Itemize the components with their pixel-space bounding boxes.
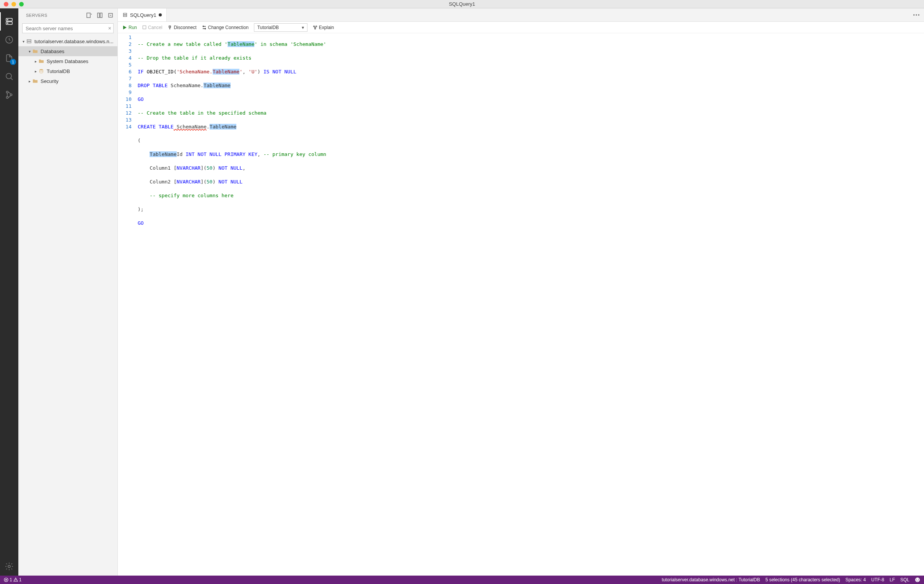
svg-point-28: [916, 579, 917, 580]
run-button[interactable]: Run: [122, 25, 137, 30]
tab-label: SQLQuery1: [130, 12, 157, 18]
server-tree: ▾ tutorialserver.database.windows.n... ▾…: [18, 35, 117, 576]
svg-point-8: [10, 94, 12, 96]
search-input[interactable]: [22, 23, 114, 33]
close-window-button[interactable]: [4, 2, 8, 7]
clear-search-icon[interactable]: ×: [108, 25, 111, 31]
tree-label: Security: [41, 78, 58, 84]
folder-icon: [32, 78, 38, 84]
folder-icon: [38, 58, 45, 64]
sidebar-header: SERVERS: [18, 8, 117, 22]
database-icon: [38, 68, 45, 74]
cancel-button: Cancel: [142, 25, 162, 30]
tree-databases[interactable]: ▾ Databases: [18, 46, 117, 56]
tree-label: tutorialserver.database.windows.n...: [35, 39, 114, 44]
svg-rect-22: [143, 26, 146, 29]
collapse-all-icon[interactable]: [107, 12, 114, 18]
dirty-indicator-icon: [159, 13, 162, 16]
titlebar: SQLQuery1: [0, 0, 924, 8]
svg-point-7: [7, 97, 8, 99]
status-selections[interactable]: 5 selections (45 characters selected): [765, 577, 840, 582]
window-controls: [0, 2, 24, 7]
gutter: 1234567891011121314: [118, 33, 136, 576]
server-icon: [26, 38, 32, 44]
status-connection[interactable]: tutorialserver.database.windows.net : Tu…: [662, 577, 760, 582]
tree-security[interactable]: ▸ Security: [18, 76, 117, 86]
folder-icon: [32, 48, 38, 54]
code-content[interactable]: -- Create a new table called 'TableName'…: [136, 33, 924, 576]
svg-point-27: [915, 577, 920, 582]
svg-point-2: [7, 20, 8, 20]
chevron-down-icon[interactable]: ▾: [21, 39, 25, 44]
file-icon: [122, 12, 128, 18]
window-title: SQLQuery1: [449, 1, 475, 7]
svg-rect-17: [124, 13, 127, 15]
database-select[interactable]: TutorialDB: [254, 23, 307, 32]
status-encoding[interactable]: UTF-8: [871, 577, 884, 582]
svg-point-25: [314, 28, 315, 29]
tabbar: SQLQuery1: [118, 8, 924, 22]
svg-rect-11: [97, 13, 99, 18]
tree-label: Databases: [41, 49, 64, 54]
svg-point-21: [918, 14, 919, 15]
chevron-right-icon[interactable]: ▸: [28, 79, 31, 83]
disconnect-button[interactable]: Disconnect: [168, 25, 196, 30]
sidebar: SERVERS × ▾: [18, 8, 118, 576]
tree-tutorialdb[interactable]: ▸ TutorialDB: [18, 66, 117, 76]
explorer-activity-icon[interactable]: 1: [0, 49, 18, 67]
svg-point-3: [7, 23, 8, 24]
new-connection-icon[interactable]: [86, 12, 92, 18]
chevron-down-icon[interactable]: ▾: [28, 49, 31, 54]
svg-point-29: [918, 579, 919, 580]
explain-button[interactable]: Explain: [313, 25, 334, 30]
settings-activity-icon[interactable]: [0, 557, 18, 576]
tree-label: TutorialDB: [47, 68, 70, 74]
tree-server[interactable]: ▾ tutorialserver.database.windows.n...: [18, 36, 117, 46]
svg-rect-14: [27, 40, 31, 41]
status-language[interactable]: SQL: [900, 577, 909, 582]
status-problems[interactable]: 1 1: [4, 577, 21, 582]
svg-point-20: [916, 14, 917, 15]
servers-activity-icon[interactable]: [0, 12, 18, 31]
query-toolbar: Run Cancel Disconnect Change Connection …: [118, 22, 924, 33]
explorer-badge: 1: [10, 59, 16, 65]
svg-point-16: [40, 69, 43, 71]
source-control-activity-icon[interactable]: [0, 86, 18, 104]
svg-point-5: [6, 73, 12, 79]
code-editor[interactable]: 1234567891011121314 -- Create a new tabl…: [118, 33, 924, 576]
chevron-right-icon[interactable]: ▸: [34, 59, 38, 63]
tree-label: System Databases: [47, 58, 88, 64]
status-eol[interactable]: LF: [889, 577, 895, 582]
zoom-window-button[interactable]: [19, 2, 24, 7]
minimize-window-button[interactable]: [12, 2, 16, 7]
new-group-icon[interactable]: [97, 12, 103, 18]
activity-bar: 1: [0, 8, 18, 576]
change-connection-button[interactable]: Change Connection: [202, 25, 249, 30]
svg-rect-10: [87, 13, 90, 18]
svg-point-6: [7, 91, 8, 93]
tree-system-databases[interactable]: ▸ System Databases: [18, 56, 117, 66]
sidebar-title: SERVERS: [26, 13, 48, 18]
chevron-right-icon[interactable]: ▸: [34, 69, 38, 73]
svg-rect-18: [124, 15, 127, 17]
tabbar-more-icon[interactable]: [912, 8, 924, 21]
statusbar: 1 1 tutorialserver.database.windows.net …: [0, 576, 924, 584]
svg-rect-15: [27, 42, 31, 43]
editor-area: SQLQuery1 Run Cancel Disconnect C: [118, 8, 924, 576]
status-feedback-icon[interactable]: [915, 577, 920, 582]
svg-point-19: [913, 14, 914, 15]
status-spaces[interactable]: Spaces: 4: [846, 577, 866, 582]
svg-rect-12: [100, 13, 102, 18]
tasks-activity-icon[interactable]: [0, 31, 18, 49]
svg-point-9: [8, 565, 10, 568]
tab-sqlquery1[interactable]: SQLQuery1: [118, 8, 167, 21]
search-activity-icon[interactable]: [0, 67, 18, 86]
